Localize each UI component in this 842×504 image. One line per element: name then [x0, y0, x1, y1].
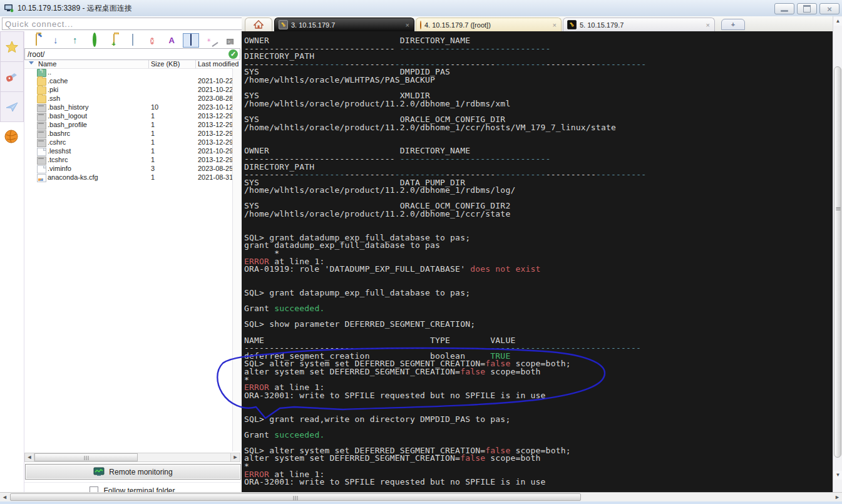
mobaxterm-app: ↓↑×A>_ ✓ Name Size (KB) Last modified ..… [0, 16, 842, 492]
file-row[interactable]: .bash_history102023-10-12 . [24, 103, 232, 112]
tab-label: 3. 10.15.179.7 [291, 21, 406, 29]
file-row[interactable]: .tcshrc12013-12-29 . [24, 156, 232, 165]
terminal-line: Grant succeeded. [244, 304, 646, 312]
sidebar-tab-tools[interactable] [0, 62, 24, 92]
upload-button[interactable]: ↑ [67, 33, 83, 48]
maximize-button[interactable] [797, 3, 817, 14]
terminal-line: ERROR at line 1: [244, 383, 646, 391]
sidebar-tab-macros[interactable] [0, 92, 24, 122]
scroll-up-icon[interactable]: ▲ [834, 17, 842, 26]
terminal-line: NAME TYPE VALUE [244, 336, 646, 344]
close-button[interactable]: × [819, 3, 839, 14]
file-size: 1 [151, 138, 155, 146]
file-icon [37, 130, 46, 138]
file-name: .pki [48, 86, 58, 93]
column-size[interactable]: Size (KB) [151, 60, 180, 68]
file-icon [37, 174, 46, 182]
tab-session[interactable]: ⚷5. 10.15.179.7× [563, 18, 715, 31]
tab-session[interactable]: ⚷3. 10.15.179.7× [274, 18, 414, 31]
quick-connect-row [0, 16, 242, 32]
terminal-line: alter system set DEFERRED_SEGMENT_CREATI… [244, 453, 646, 461]
terminal-tabbar: ⚷3. 10.15.179.7×4. 10.15.179.7 ([root])×… [242, 16, 833, 31]
file-list-vscrollbar[interactable] [232, 68, 241, 451]
scroll-thumb[interactable] [10, 493, 581, 501]
remote-monitoring-button[interactable]: Remote monitoring [25, 464, 241, 480]
new-file-button[interactable] [125, 33, 141, 48]
sidebar-tab-sftp[interactable] [0, 122, 23, 151]
window-hscrollbar[interactable]: ◄ ► [0, 492, 842, 502]
terminal-area[interactable]: OWNER DIRECTORY_NAME--------------------… [242, 31, 833, 492]
terminal-icon: >_ [227, 34, 234, 46]
tab-close-icon[interactable]: × [706, 21, 710, 29]
file-row[interactable]: .ssh2023-08-28 . [24, 95, 232, 103]
rename-button[interactable]: A [163, 33, 180, 48]
delete-button[interactable]: × [144, 33, 160, 48]
key-icon: ⚷ [567, 20, 577, 29]
terminal-button[interactable]: >_ [222, 33, 238, 48]
scroll-down-icon[interactable]: ▼ [834, 471, 842, 480]
file-date: 2013-12-29 . [198, 121, 237, 128]
minimize-button[interactable] [774, 3, 794, 14]
column-name[interactable]: Name [38, 60, 56, 68]
file-list-hscrollbar[interactable]: ◄ ► [24, 453, 240, 462]
file-size: 1 [151, 112, 155, 120]
terminal-line: ORA-32001: write to SPFILE requested but… [244, 477, 646, 485]
new-folder-icon [113, 34, 115, 46]
tab-home[interactable] [245, 18, 272, 31]
file-row[interactable]: .viminfo32023-08-25 . [24, 165, 232, 173]
tab-close-icon[interactable]: × [553, 21, 557, 29]
terminal-line: OWNER DIRECTORY_NAME [244, 36, 646, 44]
file-row[interactable]: .bash_profile12013-12-29 . [24, 121, 232, 130]
new-file-icon [132, 34, 133, 46]
terminal-line: ERROR at line 1: [244, 257, 646, 265]
path-ok-icon[interactable]: ✓ [228, 49, 238, 59]
file-date: 2023-08-25 . [198, 165, 237, 172]
file-row[interactable]: .bash_logout12013-12-29 . [24, 112, 232, 121]
go-up-folder-button[interactable] [28, 33, 44, 48]
scroll-left-icon[interactable]: ◄ [25, 453, 34, 461]
side-panel-button[interactable] [183, 33, 199, 48]
terminal-line [244, 225, 646, 233]
file-list-header[interactable]: Name Size (KB) Last modified [24, 60, 240, 69]
file-row[interactable]: .cache2021-10-22 . [24, 77, 232, 86]
window-title: 10.15.179.15:3389 - 远程桌面连接 [18, 3, 132, 14]
file-icon [37, 139, 46, 147]
remote-monitoring-icon [93, 467, 105, 477]
refresh-button[interactable] [86, 33, 103, 48]
scroll-left-icon[interactable]: ◄ [1, 493, 9, 501]
sidebar-tab-sessions[interactable] [0, 31, 24, 62]
download-button[interactable]: ↓ [48, 33, 64, 48]
scroll-thumb[interactable] [34, 453, 138, 461]
file-icon [37, 113, 46, 121]
terminal-line: /home/wlhtls/oracle/product/11.2.0/dbhom… [244, 99, 646, 107]
key-icon: ⚷ [279, 20, 288, 29]
scroll-right-icon[interactable]: ► [833, 493, 841, 501]
terminal-line: Grant succeeded. [244, 430, 646, 438]
file-row[interactable]: .bashrc12013-12-29 . [24, 130, 232, 138]
file-date: 2013-12-29 . [198, 138, 237, 146]
terminal-line: OWNER DIRECTORY_NAME [244, 146, 646, 154]
new-tab-button[interactable]: + [721, 19, 745, 30]
file-date: 2013-12-29 . [198, 130, 237, 137]
scroll-right-icon[interactable]: ► [230, 453, 240, 461]
file-row[interactable]: .. [24, 68, 232, 77]
file-row[interactable]: anaconda-ks.cfg12021-08-31 . [24, 173, 232, 182]
scroll-thumb[interactable] [834, 66, 841, 458]
terminal-vscrollbar[interactable]: ▲ ▼ [833, 16, 842, 492]
tab-session[interactable]: 4. 10.15.179.7 ([root])× [416, 18, 562, 31]
path-input[interactable] [25, 49, 228, 59]
window-titlebar[interactable]: 10.15.179.15:3389 - 远程桌面连接 × [0, 0, 842, 17]
side-panel-icon [190, 34, 192, 46]
quick-connect-input[interactable] [2, 18, 244, 30]
plus-icon: + [731, 21, 735, 28]
column-divider [148, 60, 149, 68]
new-folder-button[interactable] [106, 33, 122, 48]
file-row[interactable]: .lesshst12021-10-29 . [24, 147, 232, 156]
file-row[interactable]: .cshrc12013-12-29 . [24, 138, 232, 147]
file-row[interactable]: .pki2021-10-22 . [24, 86, 232, 95]
file-size: 1 [151, 173, 155, 181]
tab-close-icon[interactable]: × [406, 21, 409, 29]
column-modified[interactable]: Last modified [198, 60, 239, 68]
file-icon [37, 157, 46, 165]
wand-button[interactable] [202, 33, 218, 48]
